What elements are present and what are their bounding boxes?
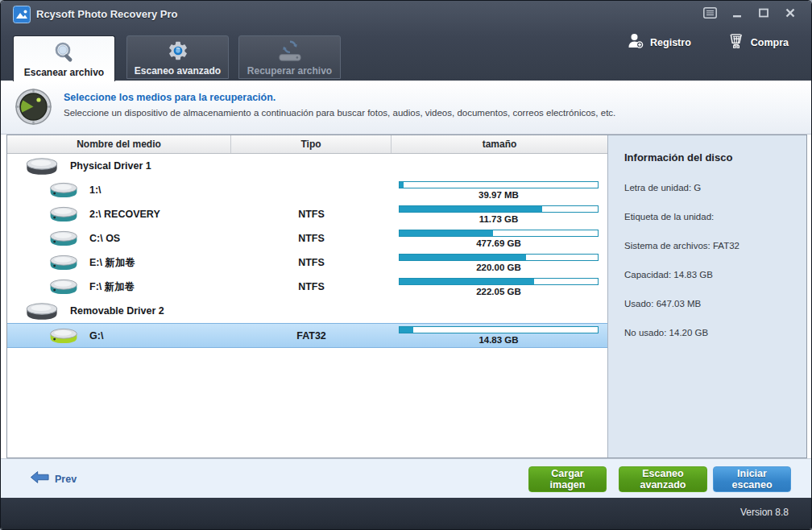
version-label: Version 8.8 (740, 507, 789, 518)
media-size: 220.00 GB (399, 263, 599, 272)
window-title: Rcysoft Photo Recovery Pro (36, 8, 178, 20)
table-row[interactable]: 1:\ 39.97 MB (7, 178, 607, 202)
table-row[interactable]: Removable Driver 2 (7, 299, 607, 323)
maximize-button[interactable] (752, 4, 775, 21)
table-row[interactable]: Physical Driver 1 (7, 154, 607, 178)
media-type: NTFS (231, 257, 392, 268)
advanced-scan-button[interactable]: Escaneo avanzado (619, 466, 707, 492)
tab-escaneo-avanzado[interactable]: Escaneo avanzado (126, 35, 229, 79)
disk-info-unused: No usado: 14.20 GB (624, 328, 798, 337)
tab-label: Escanear archivo (24, 67, 104, 78)
media-size: 11.73 GB (399, 214, 599, 224)
close-button[interactable] (778, 4, 802, 21)
banner-subtitle: Seleccione un dispositivo de almacenamie… (64, 108, 615, 118)
drive-icon (23, 300, 60, 323)
usage-bar (399, 230, 599, 237)
instruction-banner: Seleccione los medios para la recuperaci… (1, 81, 811, 135)
tab-escanear-archivo[interactable]: Escanear archivo (13, 35, 115, 81)
drive-icon (48, 180, 80, 201)
drive-icon (48, 228, 80, 249)
register-button[interactable]: Registro (627, 32, 691, 53)
media-size-cell: 14.83 GB (392, 326, 607, 345)
usage-bar (399, 278, 599, 285)
media-size: 222.05 GB (399, 287, 599, 296)
header-actions: Registro Compra (627, 32, 789, 53)
recover-drive-icon (278, 39, 302, 63)
main-area: Nombre del medio Tipo tamaño Physical Dr… (6, 135, 807, 458)
disk-info-capacity: Capacidad: 14.83 GB (624, 270, 798, 279)
start-scan-button[interactable]: Iniciar escaneo (713, 466, 791, 492)
app-window: Rcysoft Photo Recovery Pro Escanear arch… (0, 0, 812, 530)
magnifier-icon (52, 40, 77, 64)
media-table: Nombre del medio Tipo tamaño Physical Dr… (7, 135, 607, 458)
banner-title: Seleccione los medios para la recuperaci… (64, 92, 276, 103)
drive-icon (48, 204, 80, 225)
table-row[interactable]: F:\ 新加卷 NTFS 222.05 GB (7, 275, 607, 299)
media-name: E:\ 新加卷 (89, 256, 135, 270)
disk-info-file-system: Sistema de archivos: FAT32 (624, 241, 798, 251)
media-type: NTFS (231, 281, 392, 292)
column-header-type[interactable]: Tipo (231, 135, 392, 153)
media-size-cell: 39.97 MB (392, 181, 607, 200)
table-row[interactable]: G:\ FAT32 14.83 GB (7, 323, 607, 348)
media-type: NTFS (231, 233, 392, 244)
drive-icon (23, 155, 60, 178)
tab-recuperar-archivo[interactable]: Recuperar archivo (238, 35, 341, 79)
buy-button[interactable]: Compra (727, 32, 789, 53)
add-user-icon (627, 32, 644, 53)
media-name: 2:\ RECOVERY (89, 209, 160, 220)
column-header-name[interactable]: Nombre del medio (7, 135, 231, 153)
column-header-size[interactable]: tamaño (392, 135, 607, 153)
drive-icon (48, 252, 80, 273)
usage-bar (399, 326, 599, 333)
window-controls (698, 4, 802, 21)
load-image-button[interactable]: Cargar imagen (528, 466, 607, 492)
radar-icon (14, 88, 52, 129)
left-arrow-icon (30, 470, 49, 487)
media-name: G:\ (89, 330, 103, 342)
footer: Version 8.8 (1, 498, 811, 530)
media-size-cell: 11.73 GB (392, 205, 607, 224)
disk-info-used: Usado: 647.03 MB (624, 299, 798, 308)
table-row[interactable]: 2:\ RECOVERY NTFS 11.73 GB (7, 202, 607, 226)
media-type: FAT32 (231, 330, 392, 342)
drive-icon (48, 276, 80, 297)
bottom-bar: Prev Cargar imagen Escaneo avanzado Inic… (1, 458, 811, 498)
disk-info-drive-label: Etiqueta de la unidad: (624, 212, 798, 222)
drive-icon (48, 325, 80, 346)
minimize-button[interactable] (725, 4, 748, 21)
gear-icon (167, 39, 189, 63)
register-label: Registro (650, 37, 691, 48)
media-size-cell: 477.69 GB (392, 230, 607, 248)
prev-label: Prev (55, 474, 77, 485)
table-row[interactable]: E:\ 新加卷 NTFS 220.00 GB (7, 251, 607, 275)
media-name: 1:\ (89, 184, 102, 196)
media-table-body: Physical Driver 1 1:\ 39.97 MB 2:\ RECOV… (7, 154, 607, 458)
usage-bar (399, 254, 599, 261)
usage-bar (399, 181, 599, 188)
media-name: Removable Driver 2 (70, 305, 164, 317)
media-name: Physical Driver 1 (70, 160, 151, 172)
media-size-cell: 220.00 GB (392, 254, 607, 272)
disk-info-panel: Información del disco Letra de unidad: G… (607, 135, 806, 458)
prev-button[interactable]: Prev (30, 470, 77, 487)
table-row[interactable]: C:\ OS NTFS 477.69 GB (7, 226, 607, 251)
media-name: C:\ OS (89, 233, 120, 244)
tab-label: Escaneo avanzado (135, 65, 221, 77)
menu-button[interactable] (698, 4, 722, 21)
disk-info-drive-letter: Letra de unidad: G (624, 183, 798, 193)
table-header: Nombre del medio Tipo tamaño (7, 135, 607, 154)
media-type: NTFS (231, 209, 392, 220)
buy-label: Compra (751, 37, 789, 48)
media-size: 39.97 MB (399, 190, 599, 200)
header: Rcysoft Photo Recovery Pro Escanear arch… (1, 1, 811, 81)
app-logo-icon (13, 6, 31, 23)
media-size: 14.83 GB (399, 335, 599, 345)
tab-label: Recuperar archivo (247, 65, 332, 77)
usage-bar (399, 205, 599, 213)
media-name: F:\ 新加卷 (89, 280, 135, 294)
media-size-cell: 222.05 GB (392, 278, 607, 296)
cart-icon (727, 32, 745, 53)
media-size: 477.69 GB (399, 238, 599, 248)
disk-info-title: Información del disco (624, 151, 798, 164)
